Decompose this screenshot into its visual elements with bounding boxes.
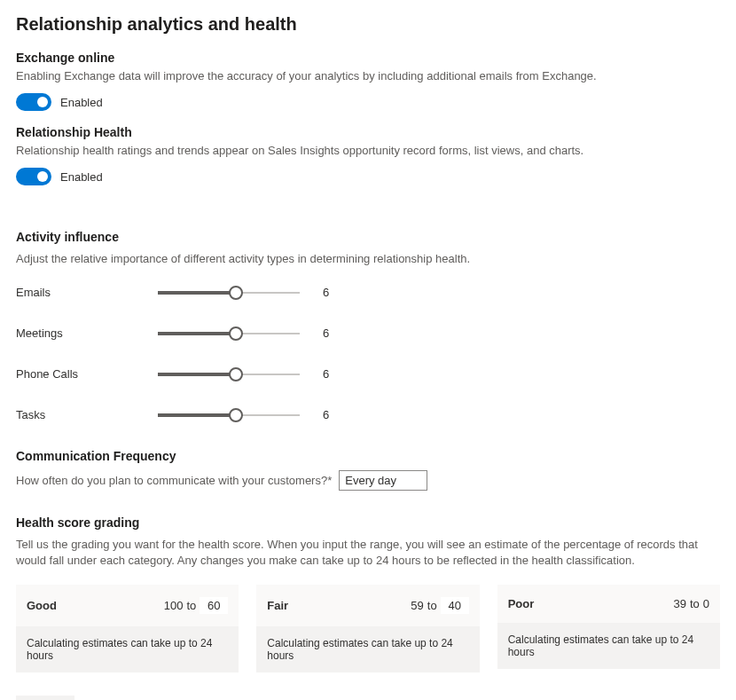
rel-health-desc: Relationship health ratings and trends a…	[16, 143, 720, 159]
exchange-toggle-label: Enabled	[60, 96, 103, 109]
slider-label-meetings: Meetings	[16, 326, 158, 340]
grading-row: Good 100 to Calculating estimates can ta…	[16, 585, 720, 672]
rel-health-section: Relationship Health Relationship health …	[16, 125, 720, 185]
exchange-title: Exchange online	[16, 51, 720, 65]
exchange-toggle[interactable]	[16, 93, 51, 111]
slider-row-meetings: Meetings 6	[16, 326, 720, 341]
freq-select[interactable]	[339, 470, 427, 491]
exchange-toggle-row: Enabled	[16, 93, 720, 111]
rel-health-toggle-label: Enabled	[60, 170, 103, 184]
grade-name-fair: Fair	[267, 599, 288, 612]
save-button[interactable]: Save	[16, 696, 74, 700]
activity-desc: Adjust the relative importance of differ…	[16, 251, 720, 267]
rel-health-toggle[interactable]	[16, 168, 51, 185]
grade-note-poor: Calculating estimates can take up to 24 …	[497, 623, 720, 669]
slider-label-phone: Phone Calls	[16, 367, 158, 381]
rel-health-toggle-row: Enabled	[16, 168, 720, 185]
grade-card-good: Good 100 to Calculating estimates can ta…	[16, 585, 239, 672]
slider-value-tasks: 6	[323, 408, 329, 421]
slider-value-phone: 6	[323, 367, 329, 381]
exchange-section: Exchange online Enabling Exchange data w…	[16, 51, 720, 111]
freq-label: How often do you plan to communicate wit…	[16, 474, 332, 487]
grade-high-good: 100	[164, 599, 184, 612]
slider-phone[interactable]	[158, 367, 300, 381]
grade-high-poor: 39	[673, 597, 685, 610]
slider-emails[interactable]	[158, 286, 300, 300]
grade-note-good: Calculating estimates can take up to 24 …	[16, 626, 239, 672]
slider-label-emails: Emails	[16, 286, 158, 299]
grading-section: Health score grading Tell us the grading…	[16, 515, 720, 672]
grade-card-poor: Poor 39 to 0 Calculating estimates can t…	[497, 585, 720, 672]
slider-row-tasks: Tasks 6	[16, 408, 720, 422]
grade-name-poor: Poor	[508, 597, 535, 610]
activity-title: Activity influence	[16, 230, 720, 244]
exchange-desc: Enabling Exchange data will improve the …	[16, 68, 720, 84]
sliders-container: Emails 6 Meetings 6 Phone Calls 6 Tasks	[16, 286, 720, 422]
grade-low-input-fair[interactable]	[441, 597, 469, 614]
grade-to-good: to	[186, 599, 196, 612]
slider-row-emails: Emails 6	[16, 286, 720, 300]
slider-label-tasks: Tasks	[16, 408, 158, 421]
freq-section: Communication Frequency How often do you…	[16, 449, 720, 491]
grade-high-fair: 59	[411, 599, 423, 612]
grading-title: Health score grading	[16, 515, 720, 530]
freq-title: Communication Frequency	[16, 449, 720, 463]
slider-tasks[interactable]	[158, 408, 300, 422]
grade-to-poor: to	[690, 597, 700, 610]
grade-name-good: Good	[27, 599, 57, 612]
page-title: Relationship analytics and health	[16, 14, 720, 35]
slider-row-phone: Phone Calls 6	[16, 367, 720, 381]
activity-section: Activity influence Adjust the relative i…	[16, 230, 720, 421]
grade-to-fair: to	[427, 599, 437, 612]
grade-note-fair: Calculating estimates can take up to 24 …	[256, 626, 479, 672]
grade-card-fair: Fair 59 to Calculating estimates can tak…	[256, 585, 479, 672]
slider-value-meetings: 6	[323, 326, 329, 340]
grading-desc: Tell us the grading you want for the hea…	[16, 537, 720, 569]
grade-low-poor: 0	[703, 597, 709, 610]
slider-meetings[interactable]	[158, 326, 300, 341]
grade-low-input-good[interactable]	[200, 597, 228, 614]
rel-health-title: Relationship Health	[16, 125, 720, 139]
slider-value-emails: 6	[323, 286, 329, 299]
